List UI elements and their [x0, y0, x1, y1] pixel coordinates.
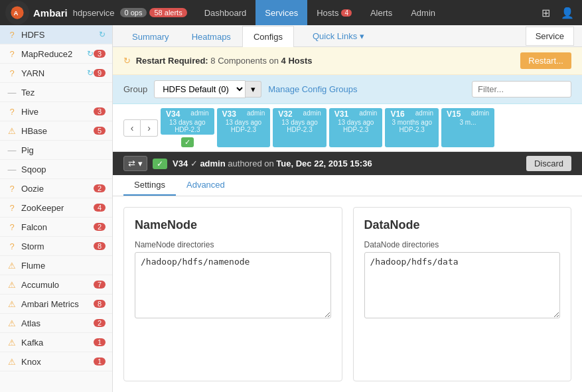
- namenode-field-label: NameNode directories: [135, 240, 331, 249]
- dash-icon: —: [7, 87, 17, 98]
- user-icon[interactable]: 👤: [558, 4, 577, 22]
- sidebar-item-ambari-metrics[interactable]: ⚠ Ambari Metrics 8: [0, 294, 112, 314]
- sidebar-item-pig[interactable]: — Pig: [0, 141, 112, 160]
- refresh-icon: ↻: [87, 68, 94, 78]
- datanode-title: DataNode: [364, 218, 561, 232]
- question-icon: ?: [7, 183, 17, 194]
- version-tab-v33[interactable]: V33 admin 13 days ago HDP-2.3: [217, 108, 271, 147]
- sidebar-item-hdfs[interactable]: ? HDFS ↻: [0, 25, 112, 44]
- sidebar-item-hive[interactable]: ? Hive 3: [0, 102, 112, 121]
- version-action-select[interactable]: ⇄ ▾: [123, 156, 147, 171]
- top-nav: A Ambari hdpservice 0 ops 58 alerts Dash…: [0, 0, 582, 25]
- alert-text: ↻ Restart Required: 8 Components on 4 Ho…: [123, 56, 313, 66]
- app-logo[interactable]: A: [5, 1, 29, 25]
- version-tab-v15[interactable]: V15 admin 3 m...: [441, 108, 494, 147]
- sidebar-item-zookeeper[interactable]: ? ZooKeeper 4: [0, 198, 112, 218]
- group-dropdown-btn[interactable]: ▾: [246, 81, 261, 98]
- sidebar-item-accumulo[interactable]: ⚠ Accumulo 7: [0, 275, 112, 294]
- sidebar-item-tez[interactable]: — Tez: [0, 83, 112, 102]
- sub-tab-advanced[interactable]: Advanced: [176, 175, 236, 196]
- sidebar-item-kafka[interactable]: ⚠ Kafka 1: [0, 333, 112, 352]
- sidebar-item-label: ZooKeeper: [21, 203, 94, 213]
- sub-tab-settings[interactable]: Settings: [123, 175, 176, 196]
- sidebar-item-label: Knox: [21, 357, 94, 367]
- nav-alerts[interactable]: Alerts: [361, 0, 401, 25]
- sidebar-item-label: MapReduce2: [21, 49, 84, 59]
- sidebar-item-atlas[interactable]: ⚠ Atlas 2: [0, 314, 112, 333]
- tab-heatmaps[interactable]: Heatmaps: [181, 26, 242, 47]
- version-tab-v31[interactable]: V31 admin 13 days ago HDP-2.3: [329, 108, 383, 147]
- sub-tabs-row: Settings Advanced: [113, 175, 582, 196]
- restart-button[interactable]: Restart...: [520, 52, 571, 69]
- nav-admin[interactable]: Admin: [401, 0, 445, 25]
- version-tab-v32[interactable]: V32 admin 13 days ago HDP-2.3: [273, 108, 327, 147]
- service-name: hdpservice: [73, 8, 115, 18]
- group-row: Group HDFS Default (0) ▾ Manage Config G…: [113, 75, 582, 104]
- version-next-arrow[interactable]: ›: [141, 119, 158, 137]
- sidebar-item-oozie[interactable]: ? Oozie 2: [0, 179, 112, 198]
- version-tabs: V34 admin 13 days ago HDP-2.3 ✓ V33 admi…: [161, 108, 494, 147]
- refresh-icon: ↻: [87, 49, 94, 58]
- sidebar-item-sqoop[interactable]: — Sqoop: [0, 160, 112, 179]
- refresh-icon: ↻: [99, 30, 106, 39]
- dash-icon: —: [7, 145, 17, 155]
- sidebar-item-hbase[interactable]: ⚠ HBase 5: [0, 121, 112, 141]
- sidebar-badge: 1: [94, 358, 106, 365]
- question-icon: ?: [7, 241, 17, 251]
- version-check-badge: ✓: [181, 137, 194, 147]
- version-prev-arrow[interactable]: ‹: [123, 119, 141, 137]
- action-icon: ⇄: [128, 159, 135, 168]
- refresh-icon: ↻: [123, 56, 131, 66]
- warning-icon: ⚠: [7, 337, 17, 348]
- sidebar-item-mapreduce2[interactable]: ? MapReduce2 ↻ 3: [0, 44, 112, 64]
- sidebar-item-flume[interactable]: ⚠ Flume: [0, 256, 112, 275]
- namenode-directories-input[interactable]: /hadoop/hdfs/namenode: [135, 252, 331, 318]
- version-tab-v34[interactable]: V34 admin 13 days ago HDP-2.3: [161, 108, 214, 135]
- tab-configs[interactable]: Configs: [242, 26, 294, 47]
- sidebar-item-label: Pig: [21, 145, 106, 155]
- sidebar-badge: 5: [94, 127, 106, 135]
- quick-links[interactable]: Quick Links ▾: [305, 26, 372, 46]
- group-select[interactable]: HDFS Default (0): [154, 80, 246, 98]
- namenode-section: NameNode NameNode directories /hadoop/hd…: [123, 207, 342, 381]
- chevron-down-icon: ▾: [360, 31, 364, 41]
- sidebar-badge: 8: [94, 242, 106, 250]
- version-tab-v16[interactable]: V16 admin 3 months ago HDP-2.3: [385, 108, 439, 147]
- service-button[interactable]: Service: [526, 27, 574, 46]
- svg-text:A: A: [14, 9, 19, 17]
- sidebar-badge: 3: [94, 107, 106, 115]
- sidebar-item-yarn[interactable]: ? YARN ↻ 9: [0, 64, 112, 83]
- tab-summary[interactable]: Summary: [121, 26, 181, 47]
- grid-icon[interactable]: ⊞: [539, 4, 553, 22]
- restart-required-label: Restart Required:: [136, 56, 208, 66]
- dash-icon: —: [7, 164, 17, 174]
- datanode-directories-input[interactable]: /hadoop/hdfs/data: [364, 252, 561, 318]
- hosts-count: 4 Hosts: [281, 56, 313, 66]
- app-brand: Ambari: [33, 7, 68, 19]
- sidebar-item-label: HBase: [21, 126, 94, 136]
- sidebar-item-falcon[interactable]: ? Falcon 2: [0, 218, 112, 237]
- tabs-row: Summary Heatmaps Configs Quick Links ▾ S…: [113, 25, 582, 47]
- version-date: Tue, Dec 22, 2015 15:36: [276, 159, 372, 168]
- nav-hosts[interactable]: Hosts4: [307, 0, 361, 25]
- sidebar-badge: 7: [94, 281, 106, 289]
- sidebar-item-knox[interactable]: ⚠ Knox 1: [0, 352, 112, 371]
- nav-dashboard[interactable]: Dashboard: [195, 0, 256, 25]
- nav-links: Dashboard Services Hosts4 Alerts Admin: [195, 0, 539, 25]
- datanode-section: DataNode DataNode directories /hadoop/hd…: [353, 207, 572, 381]
- chevron-down-icon: ▾: [138, 159, 143, 168]
- manage-config-groups-link[interactable]: Manage Config Groups: [268, 84, 357, 94]
- sidebar-item-label: Accumulo: [21, 280, 94, 290]
- nav-services[interactable]: Services: [255, 0, 307, 25]
- alerts-badge[interactable]: 58 alerts: [149, 8, 186, 17]
- warning-icon: ⚠: [7, 125, 17, 136]
- hosts-badge: 4: [341, 9, 352, 17]
- warning-icon: ⚠: [7, 318, 17, 328]
- sidebar-item-storm[interactable]: ? Storm 8: [0, 237, 112, 256]
- filter-input[interactable]: [472, 81, 571, 98]
- version-check-green: ✓: [153, 159, 167, 169]
- main-layout: ? HDFS ↻ ? MapReduce2 ↻ 3 ? YARN ↻ 9 — T…: [0, 25, 582, 392]
- version-author: admin: [200, 159, 225, 168]
- discard-button[interactable]: Discard: [526, 156, 571, 171]
- sidebar-item-label: HDFS: [21, 30, 96, 40]
